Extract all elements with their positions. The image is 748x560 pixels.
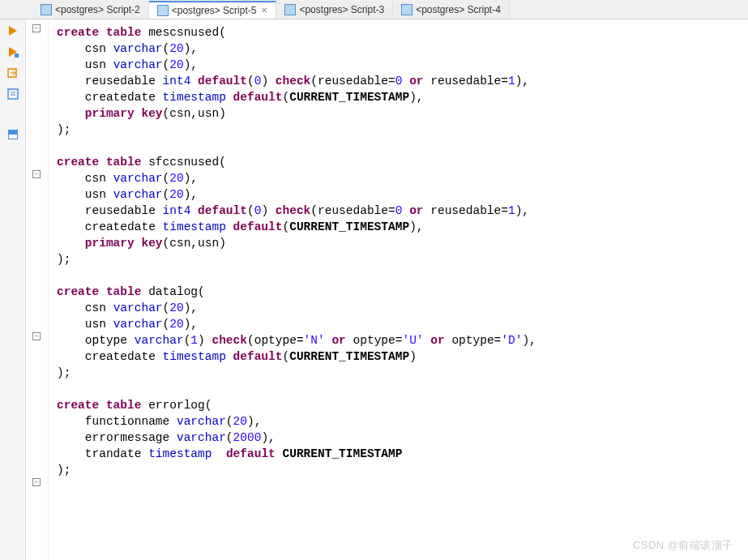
tab-script-5[interactable]: <postgres> Script-5 ✕ (149, 1, 277, 19)
sql-file-icon (401, 4, 412, 15)
tab-script-3[interactable]: <postgres> Script-3 (276, 2, 393, 18)
side-toolbar (0, 19, 26, 560)
sql-file-icon (157, 5, 169, 16)
fold-toggle-icon[interactable]: − (32, 170, 41, 178)
fold-toggle-icon[interactable]: − (32, 478, 41, 486)
tab-script-4[interactable]: <postgres> Script-4 (393, 2, 510, 18)
sql-file-icon (284, 4, 296, 15)
sql-file-icon (41, 4, 52, 15)
execute-icon[interactable] (5, 23, 21, 39)
tab-label: <postgres> Script-4 (416, 4, 501, 15)
svg-rect-2 (15, 53, 19, 58)
svg-rect-8 (9, 135, 17, 139)
export-icon[interactable] (5, 65, 21, 81)
fold-toggle-icon[interactable]: − (32, 332, 41, 340)
execute-cursor-icon[interactable] (5, 44, 21, 60)
explain-icon[interactable] (5, 86, 21, 102)
results-panel-icon[interactable] (5, 126, 21, 143)
code-editor[interactable]: create table mescsnused( csn varchar(20)… (49, 19, 748, 560)
tab-label: <postgres> Script-5 (172, 5, 257, 16)
tab-script-2[interactable]: <postgres> Script-2 (32, 2, 149, 18)
tab-label: <postgres> Script-2 (55, 4, 140, 15)
svg-marker-0 (9, 26, 17, 36)
svg-rect-4 (8, 89, 18, 99)
fold-gutter: − − − − (26, 19, 49, 560)
fold-toggle-icon[interactable]: − (32, 24, 41, 32)
tab-bar: <postgres> Script-2 <postgres> Script-5 … (0, 0, 748, 19)
watermark: CSDN @前端该溜子 (633, 537, 733, 554)
close-icon[interactable]: ✕ (261, 6, 267, 15)
tab-label: <postgres> Script-3 (299, 4, 384, 15)
